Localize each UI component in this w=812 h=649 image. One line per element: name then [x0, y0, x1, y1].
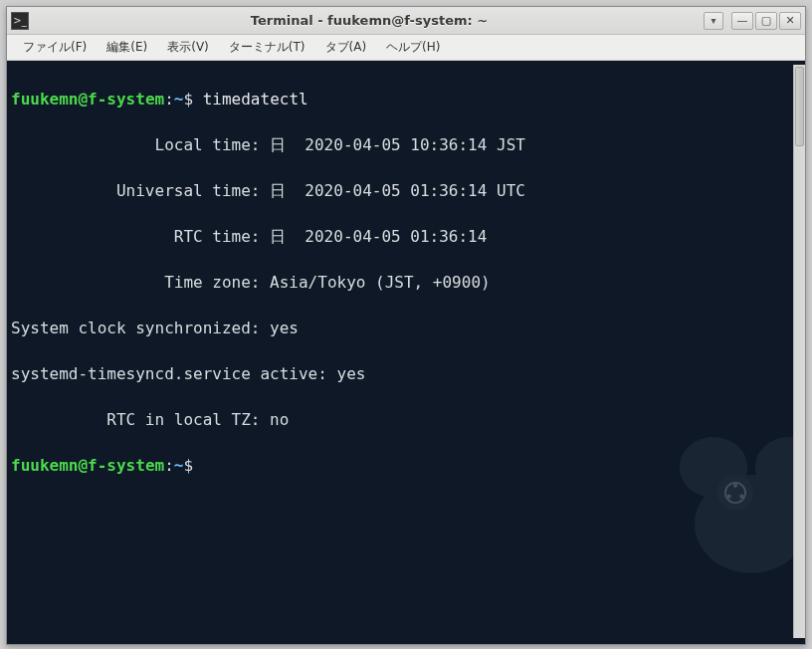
svg-point-6	[739, 495, 743, 499]
terminal-area[interactable]: fuukemn@f-system:~$ timedatectl Local ti…	[11, 65, 793, 638]
titlebar[interactable]: >_ Terminal - fuukemn@f-system: ~ ▾ — ▢ …	[7, 7, 805, 35]
terminal-wrap: fuukemn@f-system:~$ timedatectl Local ti…	[7, 61, 805, 644]
output-line: System clock synchronized: yes	[11, 317, 793, 339]
menu-edit[interactable]: 編集(E)	[97, 36, 157, 59]
menu-tabs[interactable]: タブ(A)	[315, 36, 377, 59]
prompt-at: @	[78, 456, 88, 475]
output-line: Time zone: Asia/Tokyo (JST, +0900)	[11, 271, 793, 294]
terminal-app-icon: >_	[11, 12, 29, 30]
output-line: RTC in local TZ: no	[11, 408, 793, 431]
output-line: RTC time: 日 2020-04-05 01:36:14	[11, 225, 793, 248]
scrollbar-thumb[interactable]	[795, 67, 804, 146]
terminal-scrollbar[interactable]	[793, 65, 805, 638]
prompt-line-2: fuukemn@f-system:~$	[11, 454, 793, 477]
prompt-colon: :	[164, 90, 174, 108]
watermark-ubuntu-icon	[717, 475, 753, 511]
prompt-sigil: $	[183, 90, 193, 108]
window-stick-button[interactable]: ▾	[704, 12, 723, 30]
prompt-sigil: $	[183, 456, 193, 475]
minimize-button[interactable]: —	[731, 12, 753, 30]
output-line: Local time: 日 2020-04-05 10:36:14 JST	[11, 133, 793, 156]
menu-file[interactable]: ファイル(F)	[13, 36, 97, 59]
menubar: ファイル(F) 編集(E) 表示(V) ターミナル(T) タブ(A) ヘルプ(H…	[7, 35, 805, 61]
svg-point-2	[695, 475, 793, 573]
prompt-user: fuukemn	[11, 90, 78, 108]
svg-point-5	[726, 495, 730, 499]
close-button[interactable]: ✕	[779, 12, 801, 30]
maximize-button[interactable]: ▢	[755, 12, 777, 30]
terminal-window: >_ Terminal - fuukemn@f-system: ~ ▾ — ▢ …	[6, 6, 806, 645]
prompt-line-1: fuukemn@f-system:~$ timedatectl	[11, 88, 793, 110]
prompt-cwd: ~	[174, 90, 184, 108]
svg-point-4	[733, 484, 737, 488]
prompt-host: f-system	[88, 456, 164, 475]
menu-view[interactable]: 表示(V)	[157, 36, 219, 59]
output-line: Universal time: 日 2020-04-05 01:36:14 UT…	[11, 179, 793, 202]
menu-terminal[interactable]: ターミナル(T)	[219, 36, 315, 59]
prompt-at: @	[78, 90, 88, 108]
prompt-cwd: ~	[174, 456, 184, 475]
command-1: timedatectl	[203, 90, 308, 108]
svg-point-3	[725, 483, 745, 503]
window-title: Terminal - fuukemn@f-system: ~	[35, 13, 704, 28]
window-controls: — ▢ ✕	[729, 12, 801, 30]
output-line: systemd-timesyncd.service active: yes	[11, 362, 793, 385]
menu-help[interactable]: ヘルプ(H)	[376, 36, 450, 59]
prompt-user: fuukemn	[11, 456, 78, 475]
prompt-host: f-system	[88, 90, 164, 108]
prompt-colon: :	[164, 456, 174, 475]
